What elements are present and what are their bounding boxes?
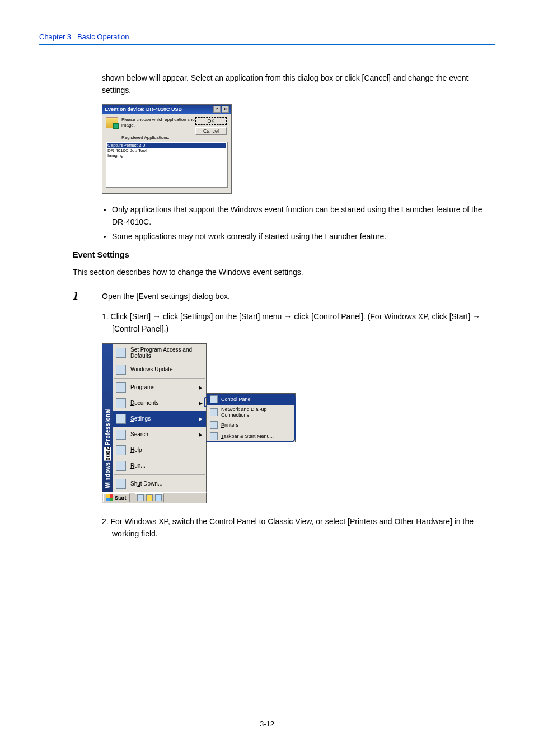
menu-item-label: Taskbar & Start Menu...: [221, 433, 274, 439]
event-settings-desc: This section describes how to change the…: [73, 268, 489, 277]
taskbar: Start: [102, 492, 207, 503]
dialog-titlebar: Event on device: DR-4010C USB ? ×: [102, 105, 231, 114]
chapter-label: Chapter 3: [39, 32, 71, 41]
registered-apps-list[interactable]: CapturePerfect 3.0 DR-4010C Job Tool Ima…: [106, 142, 228, 188]
step-1: 1 Open the [Event settings] dialog box.: [73, 290, 495, 302]
section-rule: [73, 262, 489, 262]
menu-item-label: Documents: [130, 400, 159, 406]
header-rule: [39, 44, 495, 45]
control-panel-icon: [210, 395, 218, 403]
quick-launch: [135, 493, 164, 502]
menu-item-search[interactable]: Search ▶: [113, 427, 206, 442]
substep-2: 2. For Windows XP, switch the Control Pa…: [102, 516, 484, 540]
submenu-item-network[interactable]: Network and Dial-up Connections: [207, 405, 295, 419]
menu-item-programs[interactable]: Programs ▶: [113, 380, 206, 395]
taskbar-startmenu-icon: [210, 432, 218, 440]
submenu-item-control-panel[interactable]: Control Panel: [207, 394, 295, 405]
windows-update-icon: [116, 365, 126, 375]
start-label: Start: [115, 495, 127, 501]
menu-item-label: Shut Down...: [130, 480, 162, 487]
quicklaunch-icon[interactable]: [146, 494, 153, 501]
help-icon: [116, 445, 126, 455]
step-text: Open the [Event settings] dialog box.: [102, 290, 230, 301]
close-icon[interactable]: ×: [222, 106, 229, 113]
menu-separator: [114, 378, 205, 379]
menu-item-set-program-access[interactable]: Set Program Access and Defaults: [113, 344, 206, 362]
menu-separator: [114, 474, 205, 475]
event-settings-heading: Event Settings: [73, 250, 495, 259]
list-item[interactable]: Imaging: [107, 153, 226, 158]
substep-1: 1. Click [Start] → click [Settings] on t…: [102, 311, 484, 335]
menu-item-help[interactable]: Help: [113, 442, 206, 458]
quicklaunch-icon[interactable]: [137, 494, 144, 501]
menu-item-settings[interactable]: Settings ▶: [113, 411, 206, 427]
menu-item-windows-update[interactable]: Windows Update: [113, 362, 206, 377]
menu-item-label: Windows Update: [130, 366, 173, 372]
step-number: 1: [73, 290, 102, 302]
menu-item-documents[interactable]: Documents ▶: [113, 395, 206, 411]
printers-icon: [210, 421, 218, 429]
menu-item-label: Control Panel: [221, 396, 252, 402]
chevron-right-icon: ▶: [199, 400, 203, 406]
event-dialog-figure: Event on device: DR-4010C USB ? × Please…: [102, 104, 495, 194]
intro-paragraph: shown below will appear. Select an appli…: [102, 72, 489, 96]
quicklaunch-icon[interactable]: [155, 494, 162, 501]
menu-item-shutdown[interactable]: Shut Down...: [113, 476, 206, 492]
scanner-icon: [106, 117, 118, 128]
submenu-item-taskbar[interactable]: Taskbar & Start Menu...: [207, 431, 295, 442]
menu-item-run[interactable]: Run...: [113, 458, 206, 474]
chapter-title: Basic Operation: [77, 32, 129, 41]
chevron-right-icon: ▶: [199, 385, 203, 390]
windows-logo-icon: [106, 494, 113, 501]
menu-item-label: Help: [130, 447, 142, 453]
note-item: Some applications may not work correctly…: [112, 231, 484, 243]
help-icon[interactable]: ?: [213, 106, 221, 113]
list-item[interactable]: DR-4010C Job Tool: [107, 148, 226, 153]
submenu-item-printers[interactable]: Printers: [207, 419, 295, 431]
menu-item-label: Run...: [130, 463, 146, 469]
start-button[interactable]: Start: [103, 493, 130, 502]
chevron-right-icon: ▶: [199, 432, 203, 437]
startmenu-figure: Windows2000 Professional Set Program Acc…: [102, 343, 495, 503]
shutdown-icon: [116, 479, 126, 489]
menu-item-label: Printers: [221, 422, 238, 428]
menu-item-label: Programs: [130, 384, 154, 390]
settings-submenu: Control Panel Network and Dial-up Connec…: [206, 393, 296, 442]
cancel-button[interactable]: Cancel: [195, 127, 227, 135]
menu-item-label: Settings: [130, 416, 151, 422]
notes-list: Only applications that support the Windo…: [112, 204, 484, 242]
run-icon: [116, 461, 126, 471]
menu-item-label: Network and Dial-up Connections: [221, 407, 292, 418]
footer-rule: [84, 716, 450, 716]
search-icon: [116, 430, 126, 440]
settings-icon: [116, 414, 126, 424]
documents-icon: [116, 398, 126, 408]
taskbar-divider: [132, 493, 133, 502]
list-item[interactable]: CapturePerfect 3.0: [107, 143, 226, 148]
windows-band: Windows2000 Professional: [102, 344, 113, 492]
page-number: 3-12: [0, 720, 534, 728]
chevron-right-icon: ▶: [199, 416, 203, 422]
menu-item-label: Set Program Access and Defaults: [130, 347, 203, 359]
program-access-icon: [116, 348, 126, 358]
network-icon: [210, 408, 218, 416]
dialog-title: Event on device: DR-4010C USB: [105, 106, 182, 112]
note-item: Only applications that support the Windo…: [112, 204, 484, 228]
registered-apps-label: Registered Applications:: [121, 135, 228, 140]
menu-item-label: Search: [130, 431, 148, 437]
programs-icon: [116, 382, 126, 393]
ok-button[interactable]: OK: [195, 117, 227, 125]
